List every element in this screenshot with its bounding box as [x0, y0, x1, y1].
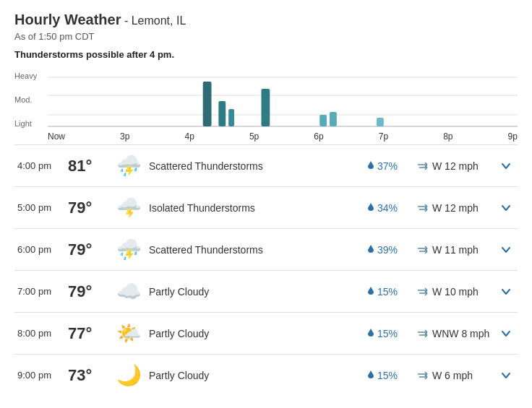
chevron-down-icon: [501, 372, 511, 379]
row-condition: Partly Cloudy: [146, 286, 367, 298]
precip-drop-icon: [367, 370, 374, 381]
chart-y-labels: Heavy Mod. Light: [14, 70, 37, 128]
alert-text: Thunderstorms possible after 4 pm.: [14, 49, 518, 60]
title-text: Hourly Weather: [14, 12, 121, 27]
row-temp: 79°: [68, 240, 111, 259]
row-wind: W 12 mph: [418, 160, 497, 172]
row-chevron-icon[interactable]: [497, 327, 515, 340]
row-chevron-icon[interactable]: [497, 201, 515, 214]
svg-rect-7: [228, 109, 234, 126]
main-container: Hourly Weather - Lemont, IL As of 1:50 p…: [0, 0, 532, 407]
chart-bars-area: Now 3p 4p 5p 6p 7p 8p 9p: [48, 70, 518, 142]
wind-icon: [418, 371, 429, 380]
location-text: - Lemont, IL: [121, 14, 186, 27]
precip-drop-icon: [367, 287, 374, 297]
row-weather-icon: 🌙: [111, 363, 146, 387]
y-label-heavy: Heavy: [14, 71, 37, 80]
row-condition: Scattered Thunderstorms: [146, 160, 367, 172]
x-label-now: Now: [48, 131, 65, 142]
page-header: Hourly Weather - Lemont, IL: [14, 12, 518, 28]
wind-icon: [418, 162, 429, 170]
row-precip: 15%: [367, 370, 418, 381]
svg-rect-8: [261, 89, 270, 126]
row-time: 6:00 pm: [17, 244, 68, 255]
row-wind: W 10 mph: [418, 286, 497, 298]
row-precip: 15%: [367, 328, 418, 339]
wind-icon: [418, 246, 429, 254]
chevron-down-icon: [501, 246, 511, 253]
row-chevron-icon[interactable]: [497, 243, 515, 256]
y-label-light: Light: [14, 119, 37, 128]
row-precip: 15%: [367, 286, 418, 298]
hourly-row-4[interactable]: 8:00 pm 77° 🌤️ Partly Cloudy 15% WNW 8 m…: [14, 312, 518, 354]
precip-drop-icon: [367, 161, 374, 171]
hourly-row-2[interactable]: 6:00 pm 79° ⛈️ Scattered Thunderstorms 3…: [14, 228, 518, 270]
row-wind: W 6 mph: [418, 370, 497, 381]
row-wind: WNW 8 mph: [418, 328, 497, 339]
row-time: 9:00 pm: [17, 370, 68, 381]
row-condition: Scattered Thunderstorms: [146, 244, 367, 256]
chart-x-labels: Now 3p 4p 5p 6p 7p 8p 9p: [48, 131, 518, 142]
row-chevron-icon[interactable]: [497, 285, 515, 298]
chevron-down-icon: [501, 162, 511, 170]
row-wind: W 11 mph: [418, 244, 497, 256]
y-label-mod: Mod.: [14, 95, 37, 104]
hourly-row-1[interactable]: 5:00 pm 79° 🌩️ Isolated Thunderstorms 34…: [14, 186, 518, 228]
hourly-list: 4:00 pm 81° ⛈️ Scattered Thunderstorms 3…: [14, 144, 518, 396]
x-label-7p: 7p: [379, 131, 388, 142]
row-temp: 81°: [68, 157, 111, 175]
hourly-row-3[interactable]: 7:00 pm 79° ☁️ Partly Cloudy 15% W 10 mp…: [14, 270, 518, 312]
row-weather-icon: ☁️: [111, 279, 146, 303]
row-condition: Partly Cloudy: [146, 370, 367, 381]
row-precip: 34%: [367, 202, 418, 214]
row-time: 7:00 pm: [17, 286, 68, 297]
row-temp: 77°: [68, 324, 111, 343]
svg-rect-5: [203, 82, 212, 126]
row-temp: 73°: [68, 366, 111, 385]
page-title: Hourly Weather - Lemont, IL: [14, 12, 186, 27]
row-temp: 79°: [68, 282, 111, 301]
x-label-5p: 5p: [249, 131, 259, 142]
x-label-6p: 6p: [314, 131, 323, 142]
wind-icon: [418, 329, 429, 338]
row-condition: Partly Cloudy: [146, 328, 367, 339]
precip-drop-icon: [367, 329, 374, 339]
svg-rect-9: [319, 115, 327, 126]
row-time: 4:00 pm: [17, 160, 68, 171]
chevron-down-icon: [501, 288, 511, 295]
x-label-4p: 4p: [185, 131, 194, 142]
wind-icon: [418, 287, 429, 296]
row-condition: Isolated Thunderstorms: [146, 202, 367, 214]
svg-rect-11: [377, 118, 384, 126]
row-weather-icon: ⛈️: [111, 238, 146, 261]
row-precip: 39%: [367, 244, 418, 256]
row-wind: W 12 mph: [418, 202, 497, 214]
chart-svg: [48, 70, 518, 128]
wind-icon: [418, 204, 429, 212]
hourly-row-0[interactable]: 4:00 pm 81° ⛈️ Scattered Thunderstorms 3…: [14, 144, 518, 186]
svg-rect-10: [330, 112, 337, 126]
svg-rect-6: [218, 101, 226, 126]
x-label-8p: 8p: [443, 131, 452, 142]
precipitation-chart: Heavy Mod. Light: [14, 70, 518, 142]
row-precip: 37%: [367, 160, 418, 172]
row-weather-icon: 🌩️: [111, 196, 146, 220]
chevron-down-icon: [501, 330, 511, 337]
chevron-down-icon: [501, 204, 511, 212]
row-time: 5:00 pm: [17, 202, 68, 213]
row-weather-icon: 🌤️: [111, 321, 146, 345]
row-temp: 79°: [68, 199, 111, 217]
row-chevron-icon[interactable]: [497, 369, 515, 382]
precip-drop-icon: [367, 245, 374, 255]
precip-drop-icon: [367, 203, 374, 213]
row-chevron-icon[interactable]: [497, 160, 515, 173]
hourly-row-5[interactable]: 9:00 pm 73° 🌙 Partly Cloudy 15% W 6 mph: [14, 354, 518, 396]
row-time: 8:00 pm: [17, 328, 68, 339]
row-weather-icon: ⛈️: [111, 154, 146, 178]
x-label-9p: 9p: [508, 131, 518, 142]
as-of-text: As of 1:50 pm CDT: [14, 31, 518, 42]
x-label-3p: 3p: [120, 131, 129, 142]
